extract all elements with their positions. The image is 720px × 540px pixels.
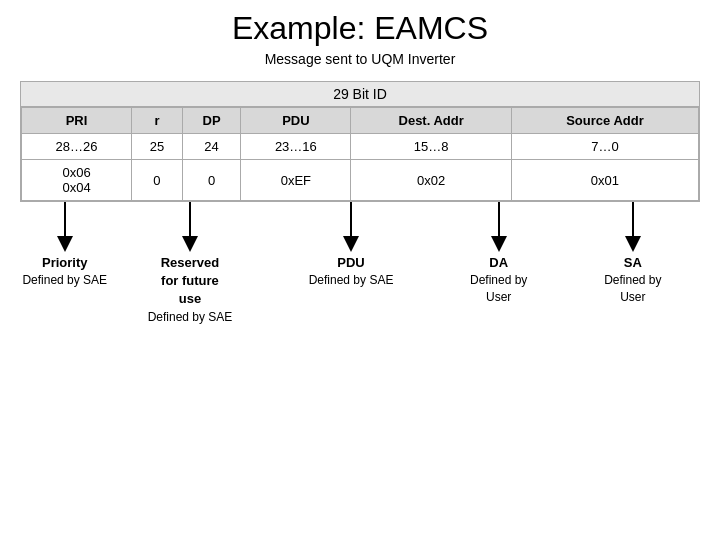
val-src: 0x01 bbox=[511, 160, 698, 201]
svg-marker-7 bbox=[491, 236, 507, 252]
col-dest: Dest. Addr bbox=[351, 108, 512, 134]
svg-marker-1 bbox=[57, 236, 73, 252]
col-r: r bbox=[132, 108, 183, 134]
ann-sa-main: SA bbox=[624, 254, 642, 272]
ann-sa-sub: Defined by User bbox=[604, 272, 661, 306]
annotation-sa: SA Defined by User bbox=[566, 202, 700, 306]
val-dp: 0 bbox=[182, 160, 241, 201]
range-pri: 28…26 bbox=[22, 134, 132, 160]
col-src: Source Addr bbox=[511, 108, 698, 134]
range-dp: 24 bbox=[182, 134, 241, 160]
ann-pri-sub: Defined by SAE bbox=[22, 272, 107, 289]
val-r: 0 bbox=[132, 160, 183, 201]
bit-id-table: 29 Bit ID PRI r DP PDU Dest. Addr Source… bbox=[20, 81, 700, 202]
ann-rdp-sub: Defined by SAE bbox=[148, 309, 233, 326]
col-pri: PRI bbox=[22, 108, 132, 134]
subtitle: Message sent to UQM Inverter bbox=[265, 51, 456, 67]
ann-da-sub: Defined by User bbox=[470, 272, 527, 306]
annotation-r-dp: Reserved for future use Defined by SAE bbox=[109, 202, 270, 325]
page-title: Example: EAMCS bbox=[232, 10, 488, 47]
annotations-row: Priority Defined by SAE Reserved for fut… bbox=[20, 202, 700, 325]
range-pdu: 23…16 bbox=[241, 134, 351, 160]
value-row: 0x06 0x04 0 0 0xEF 0x02 0x01 bbox=[22, 160, 699, 201]
annotation-da: DA Defined by User bbox=[432, 202, 566, 306]
val-pri: 0x06 0x04 bbox=[22, 160, 132, 201]
ann-da-main: DA bbox=[489, 254, 508, 272]
svg-marker-9 bbox=[625, 236, 641, 252]
ann-rdp-main: Reserved for future use bbox=[161, 254, 220, 309]
val-pdu: 0xEF bbox=[241, 160, 351, 201]
col-pdu: PDU bbox=[241, 108, 351, 134]
ann-pri-main: Priority bbox=[42, 254, 88, 272]
svg-marker-3 bbox=[182, 236, 198, 252]
range-r: 25 bbox=[132, 134, 183, 160]
annotation-pri: Priority Defined by SAE bbox=[20, 202, 109, 289]
bit-range-row: 28…26 25 24 23…16 15…8 7…0 bbox=[22, 134, 699, 160]
table-header-row: PRI r DP PDU Dest. Addr Source Addr bbox=[22, 108, 699, 134]
ann-pdu-sub: Defined by SAE bbox=[309, 272, 394, 289]
val-dest: 0x02 bbox=[351, 160, 512, 201]
col-dp: DP bbox=[182, 108, 241, 134]
svg-marker-5 bbox=[343, 236, 359, 252]
range-src: 7…0 bbox=[511, 134, 698, 160]
range-dest: 15…8 bbox=[351, 134, 512, 160]
annotation-pdu: PDU Defined by SAE bbox=[271, 202, 432, 289]
table-title: 29 Bit ID bbox=[21, 82, 699, 107]
ann-pdu-main: PDU bbox=[337, 254, 364, 272]
